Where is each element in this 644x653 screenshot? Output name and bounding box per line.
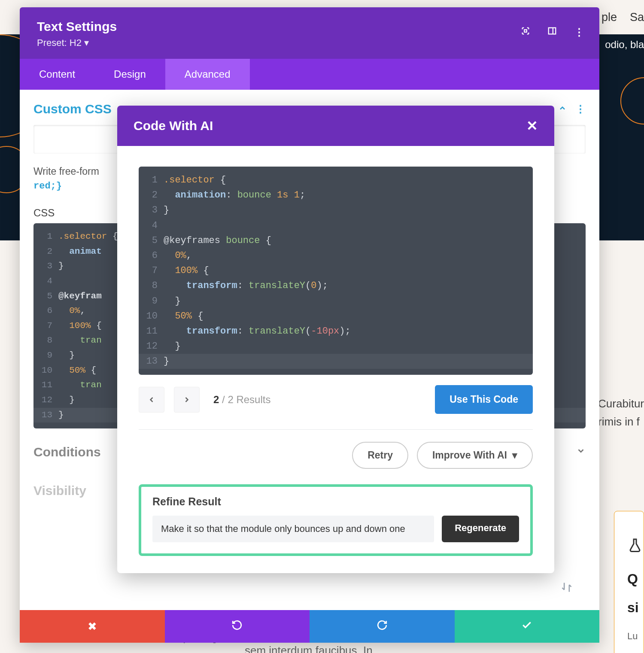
code-with-ai-modal: Code With AI ✕ 1.selector {2 animation: …: [117, 106, 554, 573]
refine-result-box: Refine Result Regenerate: [139, 484, 533, 556]
check-icon: [521, 620, 532, 634]
tab-content[interactable]: Content: [20, 59, 94, 90]
kebab-menu-icon[interactable]: ⋮: [575, 103, 586, 115]
tab-design[interactable]: Design: [94, 59, 165, 90]
refine-title: Refine Result: [152, 495, 519, 508]
prev-result-button[interactable]: [139, 387, 164, 413]
header-icons: ⋮: [521, 26, 584, 38]
section-title: Custom CSS: [33, 102, 112, 116]
settings-tabs: Content Design Advanced: [20, 59, 599, 90]
redo-button[interactable]: [310, 610, 455, 643]
expand-icon[interactable]: [521, 26, 530, 38]
bg-nav-partial: ple Sa: [601, 11, 644, 24]
caret-down-icon: ▾: [512, 450, 517, 461]
ai-results-nav: 2 / 2 Results Use This Code: [139, 385, 533, 414]
ai-modal-header: Code With AI ✕: [117, 106, 554, 146]
collapse-icon[interactable]: [558, 103, 567, 115]
close-icon[interactable]: ✕: [526, 118, 538, 134]
refine-input[interactable]: [152, 516, 434, 542]
bg-card-partial: Q si Lu tu: [614, 511, 644, 653]
tab-advanced[interactable]: Advanced: [165, 59, 250, 90]
retry-button[interactable]: Retry: [352, 442, 408, 469]
chevron-down-icon: [576, 446, 586, 458]
preset-selector[interactable]: Preset: H2 ▾: [37, 37, 582, 49]
ai-modal-title: Code With AI: [134, 118, 213, 133]
settings-header: Text Settings Preset: H2 ▾ ⋮: [20, 7, 599, 59]
caret-down-icon: ▾: [84, 37, 89, 49]
results-counter: 2 / 2 Results: [213, 394, 270, 406]
next-result-button[interactable]: [174, 387, 200, 413]
improve-with-ai-button[interactable]: Improve With AI ▾: [417, 442, 533, 469]
bg-blurb-partial: Curabitur rimis in f: [598, 395, 644, 431]
bg-hero-partial: odio, bla: [605, 39, 644, 51]
flask-icon: [627, 537, 631, 558]
undo-icon: [231, 620, 243, 634]
settings-title: Text Settings: [37, 19, 582, 34]
svg-rect-0: [524, 30, 527, 32]
ai-modal-body: 1.selector {2 animation: bounce 1s 1;3}4…: [117, 146, 554, 573]
ai-code-preview[interactable]: 1.selector {2 animation: bounce 1s 1;3}4…: [139, 167, 533, 375]
save-button[interactable]: [455, 610, 600, 643]
sort-swap-icon[interactable]: [561, 581, 573, 596]
ai-secondary-actions: Retry Improve With AI ▾: [139, 442, 533, 469]
close-icon: ✖: [88, 620, 97, 633]
undo-button[interactable]: [165, 610, 310, 643]
svg-rect-1: [549, 28, 556, 34]
divider: [139, 429, 533, 430]
regenerate-button[interactable]: Regenerate: [442, 516, 519, 542]
redo-icon: [377, 620, 388, 634]
cancel-button[interactable]: ✖: [20, 610, 165, 643]
use-this-code-button[interactable]: Use This Code: [435, 385, 533, 414]
kebab-menu-icon[interactable]: ⋮: [574, 26, 584, 38]
settings-footer: ✖: [20, 610, 599, 643]
columns-icon[interactable]: [547, 26, 557, 38]
